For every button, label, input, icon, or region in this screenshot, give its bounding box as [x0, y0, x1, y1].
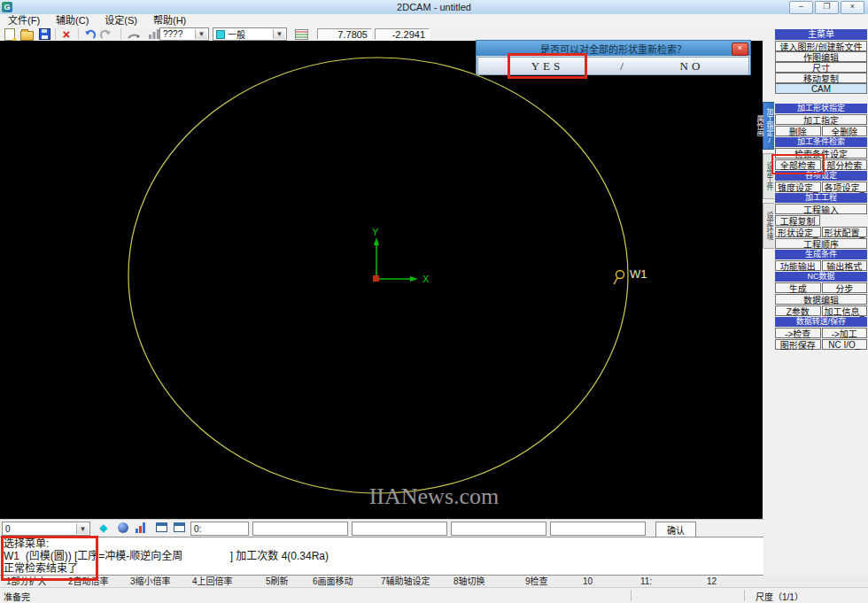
close-button[interactable]: ×	[841, 1, 864, 14]
new-file-icon[interactable]	[3, 28, 17, 40]
window-title: 2DCAM - untitled	[0, 2, 868, 12]
value-field-4[interactable]	[550, 522, 646, 536]
fn-key-10[interactable]: 10	[583, 576, 593, 587]
fn-key-6[interactable]: 6画面移动	[313, 576, 353, 587]
sidebar-vertical-tab-0[interactable]: 加工指定/属性画	[763, 102, 774, 150]
sidebar-section-header: NC数据	[775, 272, 867, 282]
sidebar-section-header: 数据转送/保存	[775, 317, 867, 327]
menu-item-1[interactable]: 辅助(C)	[48, 14, 97, 27]
maximize-button[interactable]: ❐	[815, 1, 839, 14]
save-file-icon[interactable]	[37, 28, 51, 40]
sidebar-button-row: 数据编辑	[775, 294, 867, 305]
cascade-windows-icon[interactable]	[156, 522, 167, 532]
sidebar-button[interactable]: 输出格式	[822, 260, 868, 271]
status-ready-text: 准备完	[4, 590, 30, 603]
shape-select-dropdown[interactable]: ????▼	[159, 27, 209, 41]
sidebar-button[interactable]: 删除	[775, 126, 821, 136]
sidebar-main-button[interactable]: 移动复制	[775, 73, 867, 83]
prompt-input[interactable]: 0:	[190, 522, 249, 536]
sidebar-button[interactable]: Z参数	[775, 305, 821, 316]
open-file-icon[interactable]	[19, 28, 34, 40]
drawing-canvas[interactable]: Y X W1 IIANews.com	[0, 41, 764, 519]
sidebar-button-row: 工程顺序	[775, 238, 867, 249]
sidebar-button[interactable]: 全部检索	[775, 159, 821, 170]
menu-bar: 文件(F)辅助(C)设定(S)帮助(H)	[0, 14, 868, 28]
fn-key-12[interactable]: 12	[707, 576, 717, 587]
sidebar-section-header: 加工工程	[775, 193, 867, 203]
sidebar-button[interactable]: 功能输出	[775, 260, 821, 271]
sidebar-button[interactable]: 图形保存	[775, 339, 821, 350]
sidebar-button[interactable]: 全删除	[822, 126, 868, 136]
sidebar-section-header: 加工条件检索	[775, 137, 867, 147]
sidebar-button[interactable]: 部分检索	[822, 159, 868, 170]
value-field-3[interactable]	[451, 522, 546, 536]
delete-icon[interactable]: ×	[59, 28, 74, 40]
arc-tool-icon[interactable]	[125, 28, 143, 40]
value-field-1[interactable]	[252, 522, 348, 536]
bar-chart-icon[interactable]	[136, 522, 145, 533]
sidebar-button-row: 删除全删除	[775, 126, 867, 136]
sidebar-button[interactable]: 工程输入	[775, 204, 867, 214]
sidebar-button[interactable]: 形状设定_	[775, 227, 821, 237]
minimize-button[interactable]: –	[789, 1, 813, 14]
sidebar-vertical-tabs: 加工指定/属性画设定工件设定环境	[763, 102, 774, 252]
sidebar-button[interactable]: 工程顺序	[775, 238, 867, 249]
sidebar-button-row: 检索条件设定	[775, 148, 867, 158]
menu-item-2[interactable]: 设定(S)	[97, 14, 145, 27]
dialog-close-icon[interactable]: ×	[732, 43, 748, 56]
sidebar-vertical-tab-1[interactable]: 设定工件	[763, 153, 774, 199]
sidebar-button[interactable]: 加工指定	[775, 114, 867, 125]
status-scale-text: 尺度（1/1）	[756, 590, 803, 603]
fn-key-2[interactable]: 2自动倍率	[68, 576, 109, 587]
sphere-icon[interactable]	[118, 522, 128, 533]
sidebar-section-header: 生成条件	[775, 250, 867, 259]
menu-item-3[interactable]: 帮助(H)	[145, 14, 194, 27]
sidebar-button-row: Z参数加工信息_	[775, 305, 867, 316]
fn-key-11[interactable]: 11:	[640, 576, 652, 587]
sidebar-button[interactable]: 生成	[775, 282, 821, 293]
layer-select-dropdown[interactable]: 一般▼	[213, 27, 287, 41]
start-point-label: W1	[630, 267, 647, 281]
sidebar-button[interactable]: 分步	[822, 282, 868, 293]
fn-key-1[interactable]: 1部分扩大	[6, 576, 47, 587]
fn-key-8[interactable]: 8轴切换	[453, 576, 485, 587]
undo-icon[interactable]	[82, 28, 97, 40]
sidebar-section-header: 各项设定	[775, 171, 867, 181]
sidebar-main-button[interactable]: CAM	[775, 83, 867, 94]
grid-settings-icon[interactable]	[293, 28, 309, 40]
status-bar: 准备完 尺度（1/1）	[0, 587, 868, 603]
dialog-separator: /	[611, 58, 632, 74]
start-point-marker	[616, 271, 624, 279]
sidebar-button[interactable]: 加工信息_	[822, 305, 868, 316]
sidebar-button-row: 图形保存NC I/O_	[775, 339, 867, 350]
message-area: 选择菜单: W1 (凹模(圆)) [工序=冲模-顺逆向全周 ] 加工次数 4(0…	[0, 537, 763, 576]
value-field-2[interactable]	[352, 522, 447, 536]
fn-key-4[interactable]: 4上回倍率	[192, 576, 233, 587]
fn-key-7[interactable]: 7辅助轴设定	[381, 576, 430, 587]
redo-icon[interactable]	[99, 28, 113, 40]
fn-key-3[interactable]: 3缩小倍率	[130, 576, 171, 587]
sidebar-button[interactable]: 数据编辑	[775, 294, 867, 305]
sidebar-button[interactable]: NC I/O_	[822, 339, 868, 350]
sidebar-button[interactable]: ->检查	[775, 328, 821, 338]
fn-key-5[interactable]: 5刷新	[266, 576, 289, 587]
sidebar-button-row: 形状设定_形状配置_	[775, 227, 867, 237]
sidebar-button[interactable]: 锥度设定_	[775, 182, 821, 192]
diamond-icon[interactable]: ◆	[99, 522, 107, 534]
message-line: 正常检索结束了	[4, 562, 760, 575]
tile-windows-icon[interactable]	[174, 522, 185, 532]
sidebar-button[interactable]: 检索条件设定	[775, 148, 867, 158]
menu-item-0[interactable]: 文件(F)	[0, 14, 48, 27]
fn-key-9[interactable]: 9检查	[525, 576, 548, 587]
sidebar-button[interactable]: 工程复制	[775, 215, 820, 226]
dialog-yes-button[interactable]: YES	[505, 58, 590, 74]
main-toolbar: × ????▼ 一般▼ 7.7805 -2.2941	[0, 27, 764, 41]
sidebar-button-row: 锥度设定_各项设定_	[775, 182, 867, 192]
dialog-no-button[interactable]: NO	[649, 58, 734, 74]
history-dropdown[interactable]: 0▼	[2, 522, 90, 536]
sidebar-vertical-tab-2[interactable]: 设定环境	[763, 203, 774, 249]
sidebar-button[interactable]: 各项设定_	[822, 182, 868, 192]
sidebar-button-row: 生成分步	[775, 282, 867, 293]
sidebar-button[interactable]: 形状配置_	[822, 227, 868, 237]
sidebar-button[interactable]: ->加工	[822, 328, 868, 338]
